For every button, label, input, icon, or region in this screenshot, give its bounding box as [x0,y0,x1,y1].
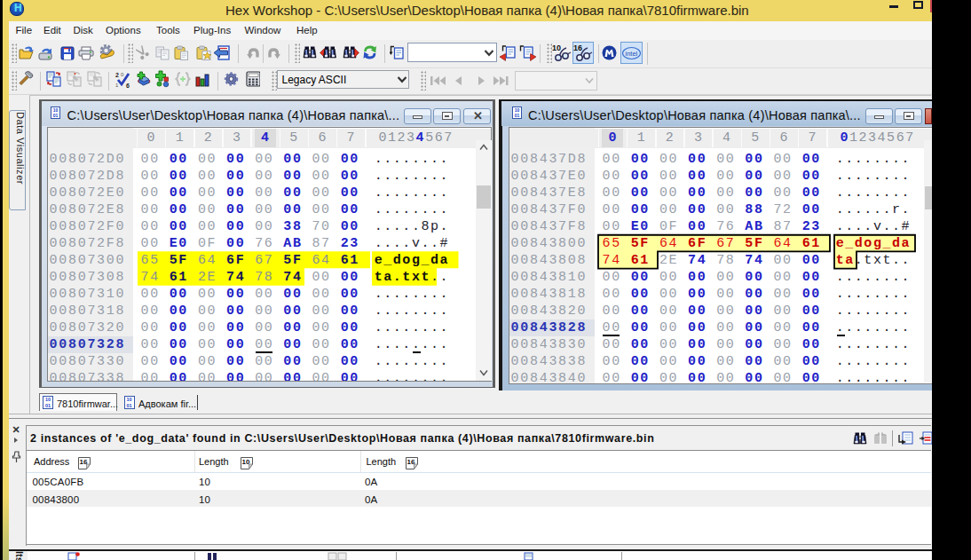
svg-text:16: 16 [79,457,87,465]
svg-text:10: 10 [241,457,249,465]
svg-text:16: 16 [407,457,415,465]
